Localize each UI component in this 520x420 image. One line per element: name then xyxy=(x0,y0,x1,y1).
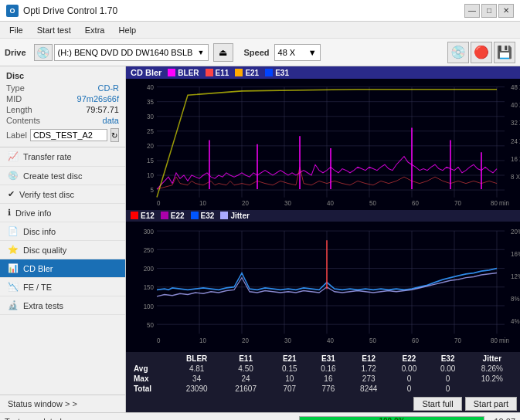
sidebar-item-create-test-disc[interactable]: 💿 Create test disc xyxy=(0,167,125,185)
stats-col-label xyxy=(129,354,172,364)
sidebar-item-verify-test-disc[interactable]: ✔ Verify test disc xyxy=(0,185,125,204)
disc-section-title: Disc xyxy=(6,71,119,80)
svg-text:15: 15 xyxy=(147,158,154,164)
fe-te-icon: 📉 xyxy=(8,282,19,292)
start-part-button[interactable]: Start part xyxy=(465,397,517,411)
svg-text:70: 70 xyxy=(454,200,461,207)
app-icon: O xyxy=(6,5,19,17)
maximize-button[interactable]: □ xyxy=(481,4,497,18)
stats-col-e12: E12 xyxy=(348,354,390,364)
drive-dropdown[interactable]: (H:) BENQ DVD DD DW1640 BSLB ▼ xyxy=(54,44,209,61)
svg-text:20: 20 xyxy=(147,143,154,150)
svg-text:20: 20 xyxy=(242,336,249,344)
nav-items: 📈 Transfer rate 💿 Create test disc ✔ Ver… xyxy=(0,147,125,395)
stats-avg-e11: 4.50 xyxy=(221,364,270,374)
legend-e11-label: E11 xyxy=(216,69,229,77)
svg-text:50: 50 xyxy=(369,336,376,344)
chart-bottom-svg: 300 250 200 150 100 50 20% 16% 12% 8% 4%… xyxy=(126,222,520,353)
svg-text:10: 10 xyxy=(199,336,206,344)
sidebar-item-extra-tests[interactable]: 🔬 Extra tests xyxy=(0,296,125,315)
svg-text:300: 300 xyxy=(144,227,154,235)
legend-bler-label: BLER xyxy=(178,69,199,77)
menu-start-test[interactable]: Start test xyxy=(31,24,77,36)
toolbar-btn-1[interactable]: 💿 xyxy=(447,42,469,63)
sidebar-item-label: Create test disc xyxy=(23,171,82,181)
menu-file[interactable]: File xyxy=(3,24,29,36)
stats-max-label: Max xyxy=(129,374,172,384)
label-refresh-button[interactable]: ↻ xyxy=(110,128,119,142)
menu-extra[interactable]: Extra xyxy=(79,24,111,36)
charts-container: 40 35 30 25 20 15 10 5 48 X 40 X 32 X 24… xyxy=(126,79,520,412)
legend-e32-color xyxy=(191,212,199,219)
stats-col-e32: E32 xyxy=(429,354,467,364)
disc-quality-icon: ⭐ xyxy=(8,245,19,255)
status-window-button[interactable]: Status window > > xyxy=(0,395,125,412)
speed-label: Speed xyxy=(244,48,270,57)
svg-text:70: 70 xyxy=(454,336,461,344)
stats-total-e31: 776 xyxy=(309,384,348,394)
speed-dropdown[interactable]: 48 X ▼ xyxy=(274,44,321,61)
sidebar: Disc Type CD-R MID 97m26s66f Length 79:5… xyxy=(0,66,126,412)
svg-text:80 min: 80 min xyxy=(491,200,509,207)
sidebar-item-cd-bler[interactable]: 📊 CD Bler xyxy=(0,259,125,278)
legend-e11-color xyxy=(206,69,213,76)
svg-text:8%: 8% xyxy=(511,294,520,303)
svg-text:24 X: 24 X xyxy=(511,137,520,144)
eject-button[interactable]: ⏏ xyxy=(213,43,233,62)
legend-bler: BLER xyxy=(168,69,199,77)
start-full-button[interactable]: Start full xyxy=(413,397,461,411)
stats-total-jitter xyxy=(467,384,517,394)
stats-total-e32: 0 xyxy=(429,384,467,394)
legend-e21-label: E21 xyxy=(245,69,259,77)
legend-e22: E22 xyxy=(161,212,185,220)
stats-total-e22: 0 xyxy=(389,384,428,394)
sidebar-item-disc-quality[interactable]: ⭐ Disc quality xyxy=(0,241,125,259)
sidebar-item-label: Disc quality xyxy=(23,246,66,255)
close-button[interactable]: ✕ xyxy=(498,4,514,18)
sidebar-item-transfer-rate[interactable]: 📈 Transfer rate xyxy=(0,147,125,167)
disc-label-row: Label ↻ xyxy=(6,128,119,142)
drive-info-icon: ℹ xyxy=(8,208,11,218)
create-test-disc-icon: 💿 xyxy=(8,171,19,181)
toolbar-btn-3[interactable]: 💾 xyxy=(494,42,515,63)
legend-jitter-label: Jitter xyxy=(230,212,249,220)
minimize-button[interactable]: — xyxy=(464,4,480,18)
legend-e31-label: E31 xyxy=(275,69,289,77)
svg-text:8 X: 8 X xyxy=(511,174,520,181)
stats-area: BLER E11 E21 E31 E12 E22 E32 Jitter Avg … xyxy=(126,352,520,395)
legend-bler-color xyxy=(168,69,175,76)
sidebar-item-fe-te[interactable]: 📉 FE / TE xyxy=(0,278,125,296)
legend-e12-label: E12 xyxy=(141,212,155,220)
disc-length-label: Length xyxy=(6,105,32,114)
sidebar-item-drive-info[interactable]: ℹ Drive info xyxy=(0,204,125,222)
sidebar-item-label: Transfer rate xyxy=(23,152,72,161)
sidebar-item-disc-info[interactable]: 📄 Disc info xyxy=(0,222,125,241)
disc-label-input[interactable] xyxy=(30,129,107,141)
stats-avg-e22: 0.00 xyxy=(389,364,428,374)
menu-help[interactable]: Help xyxy=(112,24,142,36)
legend-e11: E11 xyxy=(206,69,229,77)
stats-col-e21: E21 xyxy=(270,354,309,364)
title-bar-controls: — □ ✕ xyxy=(464,4,514,18)
sidebar-item-label: Verify test disc xyxy=(19,190,74,199)
svg-text:30: 30 xyxy=(147,113,154,120)
stats-header-row: BLER E11 E21 E31 E12 E22 E32 Jitter xyxy=(129,354,517,364)
legend-e32: E32 xyxy=(191,212,215,220)
svg-text:20: 20 xyxy=(242,200,249,207)
drive-label: Drive xyxy=(5,48,26,57)
disc-mid-value: 97m26s66f xyxy=(77,94,119,103)
svg-text:35: 35 xyxy=(147,99,154,106)
extra-tests-icon: 🔬 xyxy=(8,300,19,310)
main-layout: Disc Type CD-R MID 97m26s66f Length 79:5… xyxy=(0,66,520,412)
stats-avg-label: Avg xyxy=(129,364,172,374)
sidebar-item-label: Extra tests xyxy=(23,301,63,310)
drive-bar: Drive 💿 (H:) BENQ DVD DD DW1640 BSLB ▼ ⏏… xyxy=(0,39,520,66)
stats-avg-e31: 0.16 xyxy=(309,364,348,374)
disc-label-key: Label xyxy=(6,130,27,140)
svg-text:0: 0 xyxy=(157,336,161,344)
legend-jitter-color xyxy=(220,212,228,219)
svg-text:250: 250 xyxy=(144,246,154,254)
toolbar-btn-2[interactable]: 🔴 xyxy=(471,42,492,63)
stats-avg-jitter: 8.26% xyxy=(467,364,517,374)
stats-col-jitter: Jitter xyxy=(467,354,517,364)
